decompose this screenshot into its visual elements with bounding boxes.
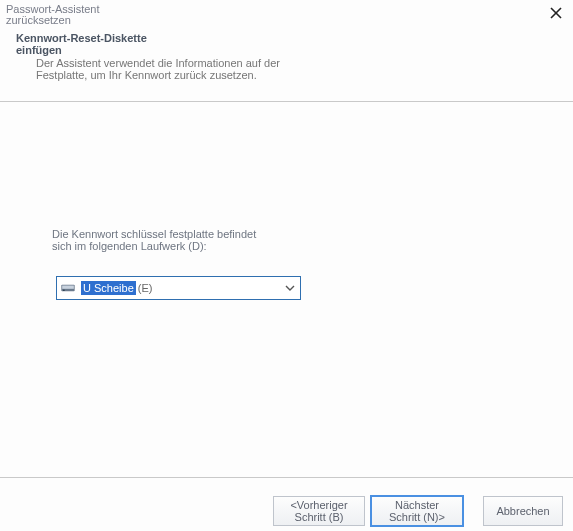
next-button[interactable]: Nächster Schritt (N)> xyxy=(371,496,463,526)
window-title: Passwort-Assistent zurücksetzen xyxy=(6,4,116,26)
back-button-label: <Vorheriger Schritt (B) xyxy=(280,499,358,523)
titlebar: Passwort-Assistent zurücksetzen xyxy=(0,0,573,28)
close-button[interactable] xyxy=(545,4,567,22)
drive-prompt-label: Die Kennwort schlüssel festplatte befind… xyxy=(52,228,272,252)
wizard-header-title: Kennwort-Reset-Diskette einfügen xyxy=(16,32,156,56)
drive-select[interactable]: U Scheibe (E) xyxy=(56,276,301,300)
cancel-button-label: Abbrechen xyxy=(496,505,549,517)
drive-icon xyxy=(61,283,75,293)
svg-rect-4 xyxy=(63,290,65,291)
drive-select-suffix: (E) xyxy=(138,282,153,294)
wizard-footer: <Vorheriger Schritt (B) Nächster Schritt… xyxy=(0,477,573,531)
wizard-header: Kennwort-Reset-Diskette einfügen Der Ass… xyxy=(0,28,573,102)
wizard-header-subtitle: Der Assistent verwendet die Informatione… xyxy=(36,57,286,81)
chevron-down-icon xyxy=(284,282,296,294)
svg-rect-3 xyxy=(62,286,74,289)
drive-select-value: U Scheibe (E) xyxy=(81,281,152,295)
back-button[interactable]: <Vorheriger Schritt (B) xyxy=(273,496,365,526)
next-button-label: Nächster Schritt (N)> xyxy=(378,499,456,523)
cancel-button[interactable]: Abbrechen xyxy=(483,496,563,526)
wizard-body: Die Kennwort schlüssel festplatte befind… xyxy=(0,102,573,462)
close-icon xyxy=(549,6,563,20)
drive-select-highlight: U Scheibe xyxy=(81,281,136,295)
